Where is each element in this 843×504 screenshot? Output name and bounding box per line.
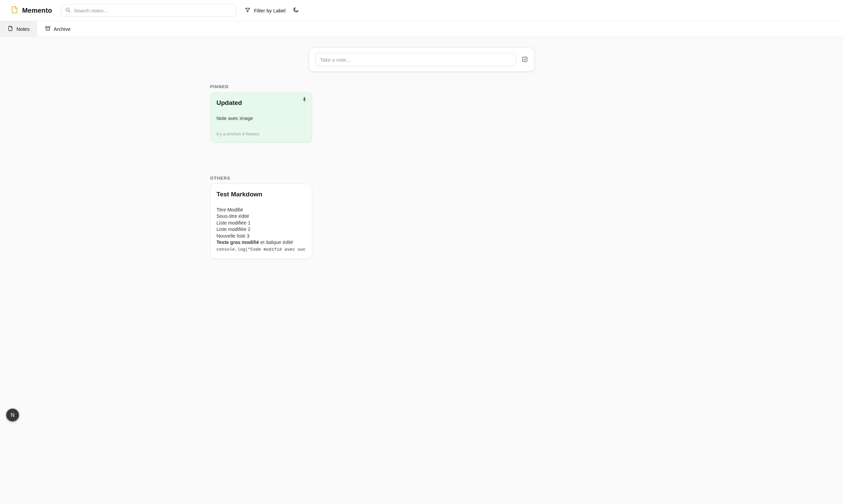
archive-icon [45,25,51,32]
app-brand: Memento [11,6,52,15]
filter-funnel-icon [245,7,250,14]
pinned-label: PINNED [210,84,633,89]
filter-by-label-text: Filter by Label [254,8,285,13]
app-header: Memento Filter by Label [0,0,843,21]
note-timestamp: il y a environ 4 heures [217,131,306,137]
tab-bar: Notes Archive [0,21,843,37]
note-card-updated[interactable]: UpdatedNote avec imageil y a environ 4 h… [210,92,312,143]
tab-notes-label: Notes [16,26,30,32]
pin-icon[interactable] [301,97,308,103]
tab-notes[interactable]: Notes [0,21,37,37]
note-card-test-markdown[interactable]: Test MarkdownTitre ModifiéSous-titre édi… [210,184,312,259]
note-icon [8,25,13,32]
notes-grid: Test MarkdownTitre ModifiéSous-titre édi… [210,184,633,259]
take-a-note-input[interactable] [315,53,516,66]
others-section: OTHERS Test MarkdownTitre ModifiéSous-ti… [210,176,633,259]
others-label: OTHERS [210,176,633,181]
moon-icon [293,7,299,14]
note-title: Test Markdown [217,190,306,199]
pinned-section: PINNED UpdatedNote avec imageil y a envi… [210,84,633,143]
note-content: Titre ModifiéSous-titre éditéListe modif… [217,207,306,253]
dark-mode-toggle[interactable] [293,7,299,14]
search-box[interactable] [61,4,236,17]
note-text: Note avec image [217,115,306,122]
pinned-cards: UpdatedNote avec imageil y a environ 4 h… [210,92,633,143]
new-checklist-button[interactable] [522,56,528,64]
search-icon [65,7,71,14]
search-input[interactable] [74,8,232,13]
filter-by-label-button[interactable]: Filter by Label [245,7,285,14]
tab-archive-label: Archive [54,26,70,32]
user-avatar-button[interactable]: N [6,409,19,421]
notes-main: PINNED UpdatedNote avec imageil y a envi… [210,48,633,259]
app-logo-icon [11,6,19,15]
checkbox-icon [522,56,528,64]
app-title: Memento [22,7,52,14]
note-title: Updated [217,98,306,107]
note-composer[interactable] [309,48,534,72]
tab-archive[interactable]: Archive [37,21,78,37]
